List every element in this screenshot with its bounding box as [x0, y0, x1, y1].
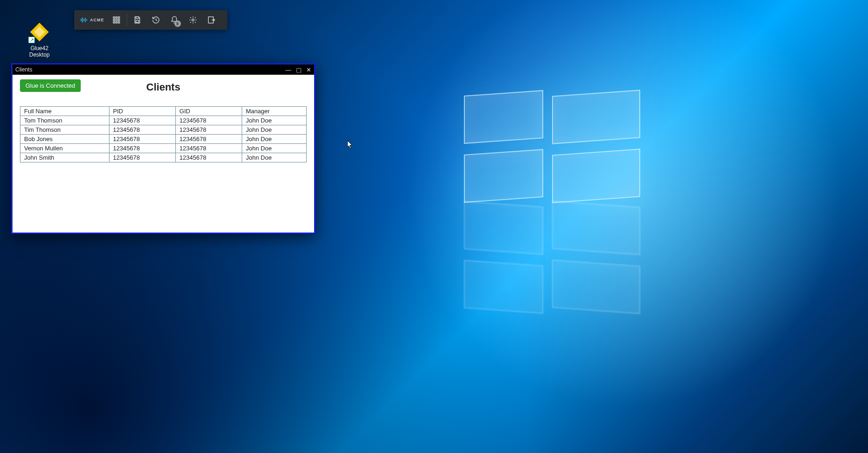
cell-pid: 12345678 [109, 144, 175, 153]
svg-rect-11 [116, 19, 117, 21]
maximize-button[interactable]: ▢ [296, 67, 302, 73]
cell-name: Tim Thomson [20, 125, 109, 135]
brand-label: ACME [90, 18, 104, 22]
col-pid[interactable]: PID [109, 107, 175, 116]
connection-status-badge: Glue is Connected [20, 79, 81, 92]
svg-point-18 [192, 19, 194, 21]
table-row[interactable]: Tom Thomson1234567812345678John Doe [20, 116, 307, 125]
desktop-icon-label: Glue42 [31, 45, 49, 52]
cell-name: Vernon Mullen [20, 144, 109, 153]
cell-manager: John Doe [242, 116, 306, 125]
settings-button[interactable] [184, 10, 202, 30]
col-manager[interactable]: Manager [242, 107, 306, 116]
svg-rect-13 [113, 22, 115, 23]
col-gid[interactable]: GID [175, 107, 242, 116]
desktop-icon-label2: Desktop [29, 52, 50, 58]
cell-pid: 12345678 [109, 116, 175, 125]
toolbar-separator [127, 14, 127, 26]
cell-manager: John Doe [242, 144, 306, 153]
mouse-cursor-icon [347, 140, 354, 149]
windows-logo [464, 93, 640, 200]
gear-icon [189, 16, 197, 24]
window-title: Clients [15, 66, 32, 73]
shortcut-arrow-icon: ↗ [28, 37, 35, 43]
col-fullname[interactable]: Full Name [20, 107, 109, 116]
clients-window: Clients — ▢ ✕ Glue is Connected Clients … [11, 63, 315, 234]
notifications-button[interactable]: 8 [165, 10, 184, 30]
svg-rect-15 [118, 22, 119, 23]
titlebar[interactable]: Clients — ▢ ✕ [13, 65, 314, 75]
svg-rect-16 [136, 17, 139, 19]
svg-rect-7 [113, 17, 115, 18]
window-body: Glue is Connected Clients Full Name PID … [13, 75, 314, 233]
windows-logo-reflection [464, 204, 640, 311]
cell-manager: John Doe [242, 135, 306, 144]
svg-rect-17 [136, 20, 139, 23]
apps-button[interactable] [107, 10, 126, 30]
cell-gid: 12345678 [175, 116, 242, 125]
svg-rect-9 [118, 17, 119, 18]
history-button[interactable] [147, 10, 165, 30]
cell-manager: John Doe [242, 153, 306, 162]
desktop-icon-glue42[interactable]: ↗ Glue42 Desktop [21, 21, 58, 58]
cell-gid: 12345678 [175, 125, 242, 135]
svg-rect-12 [118, 19, 119, 21]
close-button[interactable]: ✕ [306, 67, 311, 73]
clients-table: Full Name PID GID Manager Tom Thomson123… [20, 106, 307, 162]
grid-icon [112, 16, 121, 24]
cell-name: Bob Jones [20, 135, 109, 144]
minimize-button[interactable]: — [285, 67, 291, 73]
toolbar-brand[interactable]: ACME [77, 16, 107, 24]
save-button[interactable] [128, 10, 147, 30]
table-row[interactable]: Tim Thomson1234567812345678John Doe [20, 125, 307, 135]
glue42-toolbar: ACME 8 [74, 10, 227, 30]
table-row[interactable]: John Smith1234567812345678John Doe [20, 153, 307, 162]
cell-pid: 12345678 [109, 135, 175, 144]
svg-rect-10 [113, 19, 115, 21]
notification-badge: 8 [174, 20, 181, 27]
table-row[interactable]: Bob Jones1234567812345678John Doe [20, 135, 307, 144]
glue42-icon: ↗ [28, 21, 51, 43]
exit-icon [207, 16, 216, 24]
cell-name: John Smith [20, 153, 109, 162]
table-row[interactable]: Vernon Mullen1234567812345678John Doe [20, 144, 307, 153]
svg-rect-14 [116, 22, 117, 23]
cell-gid: 12345678 [175, 144, 242, 153]
exit-button[interactable] [202, 10, 221, 30]
cell-gid: 12345678 [175, 153, 242, 162]
cell-pid: 12345678 [109, 153, 175, 162]
save-icon [133, 16, 141, 24]
cell-gid: 12345678 [175, 135, 242, 144]
cell-pid: 12345678 [109, 125, 175, 135]
brand-bars-icon [80, 16, 88, 24]
cell-manager: John Doe [242, 125, 306, 135]
history-icon [152, 16, 160, 24]
desktop-background[interactable]: ↗ Glue42 Desktop ACME [0, 0, 868, 453]
svg-rect-8 [116, 17, 117, 18]
cell-name: Tom Thomson [20, 116, 109, 125]
table-header-row: Full Name PID GID Manager [20, 107, 307, 116]
